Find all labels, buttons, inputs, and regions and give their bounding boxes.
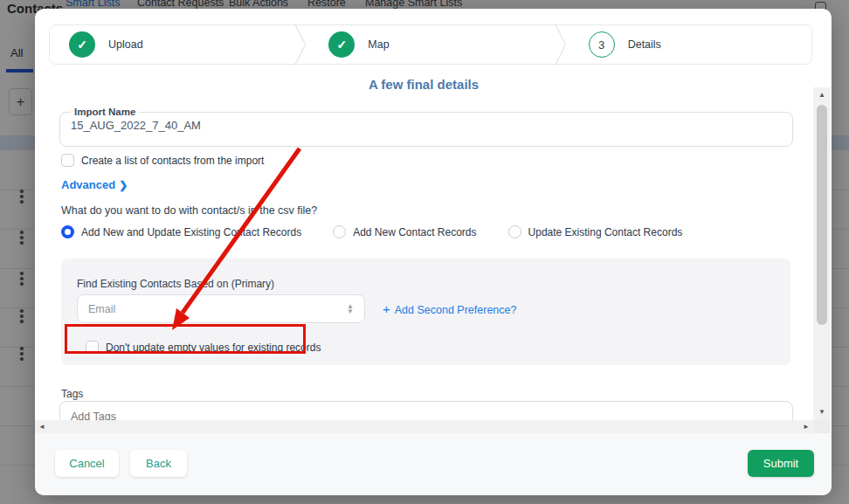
radio-icon[interactable] — [508, 225, 521, 238]
scroll-right-icon[interactable]: ► — [800, 420, 812, 433]
advanced-link[interactable]: Advanced❯ — [61, 178, 128, 191]
radio-selected-icon[interactable] — [61, 225, 74, 238]
add-second-preference-link[interactable]: +Add Second Preference? — [383, 301, 516, 316]
modal-footer: Cancel Back Submit — [35, 433, 832, 495]
import-details-modal: ✓ Upload ✓ Map 3 Details A few final det… — [35, 9, 832, 495]
radio-add-and-update[interactable]: Add New and Update Existing Contact Reco… — [61, 225, 301, 238]
step-label: Upload — [108, 38, 143, 51]
dont-update-empty-label: Don't update empty values for existing r… — [106, 342, 321, 354]
step-map[interactable]: ✓ Map — [309, 25, 551, 64]
import-name-input[interactable] — [69, 118, 783, 137]
scroll-left-icon[interactable]: ◄ — [36, 420, 48, 433]
modal-heading: A few final details — [35, 77, 812, 92]
step-label: Map — [368, 38, 389, 51]
scrollbar-thumb[interactable] — [817, 105, 827, 325]
cancel-button[interactable]: Cancel — [55, 450, 119, 477]
vertical-scrollbar[interactable]: ▲ ▼ — [813, 87, 831, 420]
radio-update-existing[interactable]: Update Existing Contact Records — [508, 225, 683, 238]
screen: Contacts Smart Lists Contact Requests Bu… — [0, 0, 849, 504]
step-label: Details — [628, 38, 661, 51]
plus-icon: + — [383, 301, 390, 316]
radio-icon[interactable] — [333, 225, 346, 238]
scroll-up-icon[interactable]: ▲ — [813, 89, 831, 101]
step-separator-icon — [552, 24, 569, 65]
scrollbar-corner — [813, 420, 831, 433]
import-name-label: Import Name — [71, 107, 139, 117]
step-separator-icon — [292, 24, 309, 65]
horizontal-scrollbar[interactable]: ◄ ► — [35, 420, 813, 433]
back-button[interactable]: Back — [130, 450, 187, 477]
step-done-icon: ✓ — [328, 31, 355, 58]
chevron-right-icon: ❯ — [119, 179, 128, 191]
submit-button[interactable]: Submit — [748, 450, 814, 477]
import-name-fieldset: Import Name — [59, 107, 793, 147]
primary-preference-select[interactable]: Email ▲▼ — [77, 294, 365, 323]
select-chevrons-icon: ▲▼ — [347, 304, 354, 314]
scroll-down-icon[interactable]: ▼ — [813, 406, 831, 418]
create-list-checkbox-row[interactable]: Create a list of contacts from the impor… — [61, 154, 264, 167]
checkbox-icon[interactable] — [61, 154, 74, 167]
step-details[interactable]: 3 Details — [569, 25, 811, 64]
step-done-icon: ✓ — [69, 31, 95, 58]
contact-action-radio-group: Add New and Update Existing Contact Reco… — [61, 225, 795, 238]
find-existing-label: Find Existing Contacts Based on (Primary… — [77, 278, 274, 290]
create-list-label: Create a list of contacts from the impor… — [81, 155, 264, 167]
checkbox-icon[interactable] — [86, 341, 99, 354]
select-value: Email — [88, 303, 115, 315]
import-stepper: ✓ Upload ✓ Map 3 Details — [49, 24, 812, 65]
step-upload[interactable]: ✓ Upload — [50, 25, 292, 64]
csv-question-label: What do you want to do with contact/s in… — [61, 204, 317, 217]
tags-label: Tags — [61, 388, 83, 400]
step-number: 3 — [589, 31, 615, 58]
radio-add-new[interactable]: Add New Contact Records — [333, 225, 476, 238]
dont-update-empty-checkbox-row[interactable]: Don't update empty values for existing r… — [86, 341, 321, 354]
